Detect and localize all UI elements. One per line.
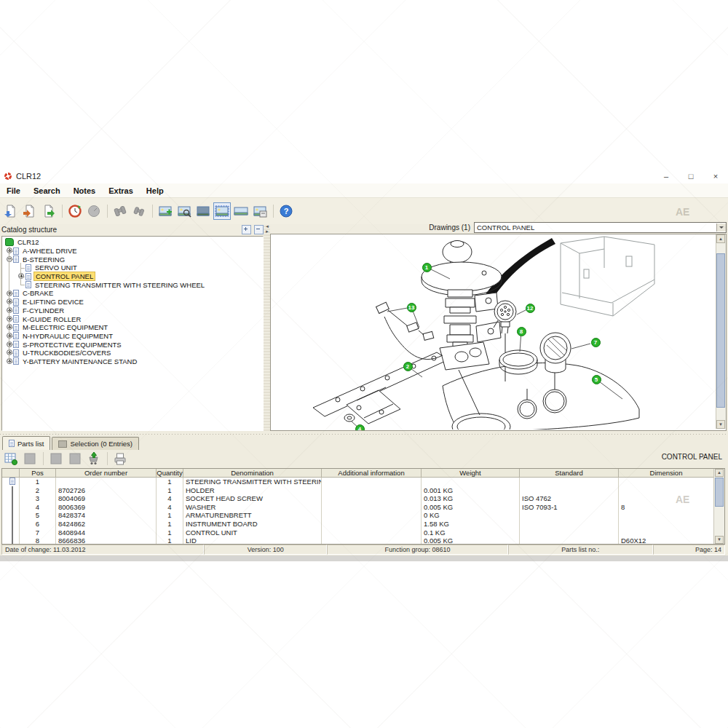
drawing-scrollbar[interactable]: ▲ ▼ <box>716 234 726 429</box>
row-checkbox[interactable] <box>12 537 13 545</box>
column-header-quantity[interactable]: Quantity <box>157 469 183 478</box>
tree-item-n-hydraulic-equipment[interactable]: N-HYDRAULIC EQUIPMENT <box>2 332 263 341</box>
collapse-toggle-icon[interactable] <box>7 256 12 262</box>
history-clock-icon[interactable] <box>67 203 83 219</box>
table-row[interactable]: 287027261HOLDER0.001 KG <box>2 486 724 495</box>
expand-toggle-icon[interactable] <box>7 316 12 322</box>
callout-2[interactable]: 2 <box>403 362 413 371</box>
expand-toggle-icon[interactable] <box>7 341 12 347</box>
tree-item-b-steering[interactable]: B-STEERING <box>2 255 263 264</box>
callout-5[interactable]: 5 <box>592 375 601 384</box>
row-checkbox[interactable] <box>12 511 13 520</box>
menu-item-help[interactable]: Help <box>140 186 170 195</box>
tree-item-f-cylinder[interactable]: F-CYLINDER <box>2 306 263 315</box>
callout-1[interactable]: 1 <box>422 263 432 272</box>
help-icon[interactable]: ? <box>278 203 294 219</box>
scroll-thumb[interactable] <box>715 478 724 507</box>
column-header-standard[interactable]: Standard <box>520 469 619 478</box>
expand-toggle-icon[interactable] <box>7 349 12 355</box>
tab-selection-0-entries-[interactable]: Selection (0 Entries) <box>52 437 139 450</box>
menu-item-search[interactable]: Search <box>27 186 67 195</box>
expand-toggle-icon[interactable] <box>7 298 12 304</box>
image-copy-icon[interactable] <box>252 203 268 219</box>
row-checkbox[interactable] <box>12 503 13 512</box>
table-row[interactable]: 584283741ARMATURENBRETT0 KG <box>2 511 724 520</box>
image-full-icon[interactable] <box>233 203 249 219</box>
scroll-thumb[interactable] <box>716 253 725 408</box>
cart-export-icon[interactable] <box>86 451 102 467</box>
expand-toggle-icon[interactable] <box>18 273 24 279</box>
table-row[interactable]: 886668361LID0.005 KGD60X12 <box>2 537 724 545</box>
doc-import-blue-icon[interactable] <box>3 203 19 219</box>
expand-toggle-icon[interactable] <box>7 324 12 330</box>
column-header-select[interactable] <box>2 469 20 478</box>
callout-7[interactable]: 7 <box>591 338 601 347</box>
binoculars-small-disabled-icon[interactable] <box>131 203 147 219</box>
scroll-down-icon[interactable]: ▼ <box>716 420 725 429</box>
row-checkbox[interactable] <box>12 520 13 529</box>
tree-item-s-protective-equipments[interactable]: S-PROTECTIVE EQUIPMENTS <box>2 340 263 349</box>
disabled-box-1-icon[interactable] <box>22 451 38 467</box>
scroll-down-icon[interactable]: ▼ <box>715 536 724 544</box>
expand-all-button[interactable] <box>242 225 251 234</box>
tree-item-u-truckbodies-covers[interactable]: U-TRUCKBODIES/COVERS <box>2 349 263 357</box>
combo-dropdown-icon[interactable] <box>716 223 726 232</box>
callout-8[interactable]: 8 <box>517 327 526 336</box>
disabled-box-3-icon[interactable] <box>67 451 83 467</box>
splitter-collapse-icon[interactable]: ◄ <box>265 225 269 229</box>
image-zoom-in-icon[interactable] <box>157 203 173 219</box>
row-checkbox[interactable] <box>12 486 13 495</box>
menu-item-notes[interactable]: Notes <box>67 186 103 195</box>
splitter-expand-icon[interactable]: ► <box>265 230 269 234</box>
print-icon[interactable] <box>112 451 128 467</box>
table-row[interactable]: 784089441CONTROL UNIT0.1 KG <box>2 529 724 537</box>
drawing-select-combo[interactable]: CONTROL PANEL <box>474 222 727 233</box>
menu-item-file[interactable]: File <box>0 186 27 195</box>
disabled-box-2-icon[interactable] <box>48 451 64 467</box>
image-dark-icon[interactable] <box>195 203 211 219</box>
minimize-button[interactable]: – <box>654 169 678 183</box>
horizontal-splitter[interactable] <box>0 432 728 435</box>
table-row[interactable]: 11STEERING TRANSMITTER WITH STEERING ... <box>2 478 724 486</box>
table-row[interactable]: 380040694SOCKET HEAD SCREW0.013 KGISO 47… <box>2 494 724 503</box>
column-header-dimension[interactable]: Dimension <box>619 469 714 478</box>
column-header-order-number[interactable]: Order number <box>56 469 157 478</box>
tree-item-control-panel[interactable]: CONTROL PANEL <box>2 272 263 281</box>
expand-toggle-icon[interactable] <box>7 248 12 253</box>
column-header-additional-information[interactable]: Additional information <box>322 469 422 478</box>
row-checkbox[interactable] <box>12 529 13 537</box>
table-row[interactable]: 684248621INSTRUMENT BOARD1.58 KG <box>2 520 724 529</box>
expand-toggle-icon[interactable] <box>7 290 12 296</box>
image-magnifier-icon[interactable] <box>176 203 192 219</box>
tab-parts-list[interactable]: Parts list <box>2 436 50 450</box>
doc-import-red-icon[interactable] <box>22 203 38 219</box>
expand-toggle-icon[interactable] <box>7 333 12 339</box>
tree-item-m-electric-equipment[interactable]: M-ELECTRIC EQUIPMENT <box>2 323 263 332</box>
callout-4[interactable]: 4 <box>355 424 365 432</box>
binoculars-disabled-icon[interactable] <box>112 203 128 219</box>
column-header-denomination[interactable]: Denomination <box>183 469 322 478</box>
scroll-up-icon[interactable]: ▲ <box>716 234 725 243</box>
menu-item-extras[interactable]: Extras <box>102 186 140 195</box>
table-scrollbar[interactable]: ▲ ▼ <box>713 469 724 544</box>
expand-toggle-icon[interactable] <box>7 358 12 364</box>
tree-item-y-battery-maintenance-stand[interactable]: Y-BATTERY MAINTENANCE STAND <box>2 357 263 366</box>
vertical-splitter[interactable]: ◄ ► <box>264 224 270 431</box>
tree-item-k-guide-roller[interactable]: K-GUIDE ROLLER <box>2 314 263 323</box>
table-row[interactable]: 480063694WASHER0.005 KGISO 7093-18 <box>2 503 724 512</box>
tree-item-clr12[interactable]: CLR12 <box>2 238 263 247</box>
tree-item-steering-transmitter-with-steering-wheel[interactable]: STEERING TRANSMITTER WITH STEERING WHEEL <box>2 280 263 289</box>
tree-item-servo-unit[interactable]: SERVO UNIT <box>2 264 263 272</box>
collapse-all-button[interactable] <box>254 225 264 234</box>
tree-item-e-lifting-device[interactable]: E-LIFTING DEVICE <box>2 298 263 306</box>
expand-toggle-icon[interactable] <box>7 307 12 313</box>
tree-item-a-wheel-drive[interactable]: A-WHEEL DRIVE <box>2 247 263 256</box>
callout-13[interactable]: 13 <box>407 303 416 312</box>
close-button[interactable]: × <box>703 169 728 183</box>
gauge-disabled-icon[interactable] <box>86 203 102 219</box>
table-grid-icon[interactable] <box>3 451 19 467</box>
row-checkbox[interactable] <box>12 494 13 503</box>
maximize-button[interactable]: □ <box>678 169 703 183</box>
tree-item-c-brake[interactable]: C-BRAKE <box>2 289 263 298</box>
callout-12[interactable]: 12 <box>526 304 535 313</box>
